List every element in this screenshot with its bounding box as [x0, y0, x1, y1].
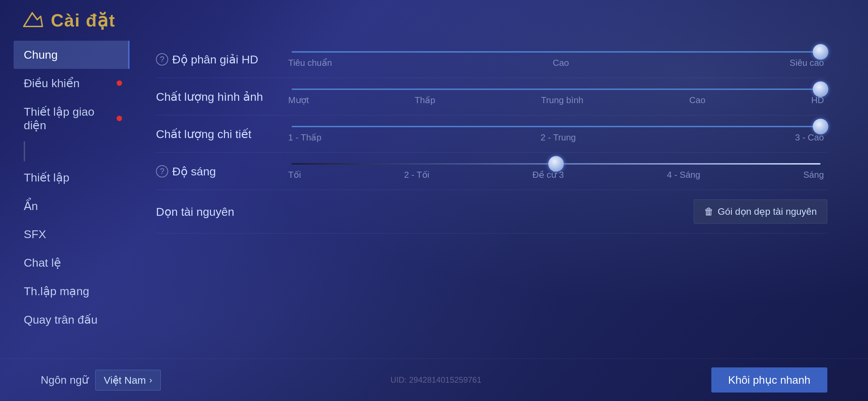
- slider-thumb[interactable]: [813, 119, 828, 134]
- setting-row-do-phan-giai-hd: ? Độ phân giải HD Tiêu chuẩn Cao Siêu ca…: [156, 41, 827, 78]
- chevron-right-icon: ›: [149, 375, 152, 385]
- sidebar-item-chat-le[interactable]: Chat lệ: [14, 248, 129, 277]
- setting-row-don-tai-nguyen: Dọn tài nguyên 🗑 Gói dọn dẹp tài nguyên: [156, 190, 827, 233]
- slider-track-container[interactable]: [292, 125, 821, 128]
- language-button[interactable]: Việt Nam ›: [95, 370, 161, 390]
- setting-label: Chất lượng chi tiết: [156, 127, 252, 141]
- slider-label-0: Tối: [288, 170, 301, 180]
- slider-label-4: Sáng: [803, 170, 824, 180]
- setting-row-do-sang: ? Độ sáng Tối 2 - Tối Đề cử 3 4 - Sáng S…: [156, 153, 827, 190]
- sidebar-item-th-lap-mang[interactable]: Th.lập mạng: [14, 277, 129, 305]
- page-title: Cài đặt: [51, 10, 115, 31]
- slider-label-2: Đề cử 3: [532, 170, 564, 180]
- language-section: Ngôn ngữ Việt Nam ›: [41, 370, 161, 390]
- restore-button[interactable]: Khôi phục nhanh: [711, 367, 827, 393]
- settings-panel: ? Độ phân giải HD Tiêu chuẩn Cao Siêu ca…: [129, 37, 854, 359]
- setting-label: Độ sáng: [172, 165, 216, 178]
- slider-label-3: Cao: [689, 95, 706, 106]
- notification-dot: [117, 80, 122, 86]
- sidebar-item-chung[interactable]: Chung: [14, 41, 129, 69]
- setting-label-area: Dọn tài nguyên: [156, 205, 285, 218]
- slider-track-container[interactable]: [292, 162, 821, 166]
- slider-label-1: Cao: [553, 58, 569, 68]
- slider-label-1: 2 - Trung: [540, 132, 576, 143]
- slider-label-1: 2 - Tối: [404, 170, 430, 180]
- setting-label-area: Chất lượng chi tiết: [156, 127, 285, 141]
- slider-labels: Tiêu chuẩn Cao Siêu cao: [285, 58, 827, 68]
- clean-resource-label: Gói dọn dẹp tài nguyên: [718, 206, 817, 217]
- slider-labels: 1 - Thấp 2 - Trung 3 - Cao: [285, 132, 827, 143]
- slider-track-container[interactable]: [292, 50, 821, 54]
- logo-icon: [20, 11, 44, 30]
- uid-text: UID: 2942814015259761: [391, 375, 481, 385]
- slider-thumb[interactable]: [813, 44, 828, 60]
- language-label: Ngôn ngữ: [41, 374, 88, 386]
- slider-chat-luong-chi-tiet: 1 - Thấp 2 - Trung 3 - Cao: [285, 125, 827, 143]
- language-value: Việt Nam: [104, 374, 146, 386]
- setting-row-chat-luong-chi-tiet: Chất lượng chi tiết 1 - Thấp 2 - Trung 3…: [156, 115, 827, 153]
- setting-label-area: ? Độ phân giải HD: [156, 53, 285, 66]
- slider-fill: [292, 89, 821, 90]
- setting-row-chat-luong-hinh-anh: Chất lượng hình ảnh Mượt Thấp Trung bình…: [156, 78, 827, 115]
- slider-labels: Mượt Thấp Trung bình Cao HD: [285, 95, 827, 106]
- slider-label-0: Mượt: [288, 95, 309, 106]
- slider-fill: [292, 51, 821, 53]
- setting-label: Dọn tài nguyên: [156, 205, 234, 218]
- slider-do-sang: Tối 2 - Tối Đề cử 3 4 - Sáng Sáng: [285, 162, 827, 180]
- sidebar-item-thiet-lap-giao-dien[interactable]: Thiết lập giao diện: [14, 97, 129, 139]
- slider-thumb[interactable]: [813, 81, 828, 97]
- main-content: Chung Điều khiển Thiết lập giao diện Thi…: [0, 37, 868, 359]
- sidebar-item-thiet-lap[interactable]: Thiết lập: [14, 163, 129, 192]
- sidebar-divider: [24, 141, 25, 161]
- slider-fill: [292, 126, 821, 127]
- sidebar-item-sfx[interactable]: SFX: [14, 220, 129, 248]
- slider-label-0: Tiêu chuẩn: [288, 58, 332, 68]
- slider-label-3: 4 - Sáng: [667, 170, 700, 180]
- help-icon[interactable]: ?: [156, 53, 168, 65]
- notification-dot: [117, 116, 122, 121]
- clean-resource-button[interactable]: 🗑 Gói dọn dẹp tài nguyên: [694, 199, 827, 224]
- app-container: Cài đặt Chung Điều khiển Thiết lập giao …: [0, 0, 868, 401]
- sidebar: Chung Điều khiển Thiết lập giao diện Thi…: [14, 37, 129, 359]
- header: Cài đặt: [0, 0, 868, 37]
- slider-label-0: 1 - Thấp: [288, 132, 321, 143]
- slider-track-container[interactable]: [292, 88, 821, 91]
- sidebar-item-dieu-khien[interactable]: Điều khiển: [14, 69, 129, 97]
- clean-resource-area: 🗑 Gói dọn dẹp tài nguyên: [285, 199, 827, 224]
- setting-label-area: Chất lượng hình ảnh: [156, 90, 285, 103]
- setting-label-area: ? Độ sáng: [156, 165, 285, 178]
- sidebar-item-quay-tran-dau[interactable]: Quay trân đấu: [14, 305, 129, 334]
- setting-label: Chất lượng hình ảnh: [156, 90, 263, 103]
- slider-thumb[interactable]: [548, 156, 564, 172]
- help-icon[interactable]: ?: [156, 165, 168, 177]
- sidebar-item-an[interactable]: Ẩn: [14, 192, 129, 220]
- slider-chat-luong-hinh-anh: Mượt Thấp Trung bình Cao HD: [285, 88, 827, 106]
- slider-do-phan-giai: Tiêu chuẩn Cao Siêu cao: [285, 50, 827, 68]
- footer: Ngôn ngữ Việt Nam › UID: 294281401525976…: [0, 359, 868, 401]
- slider-label-1: Thấp: [415, 95, 435, 106]
- trash-icon: 🗑: [704, 206, 714, 217]
- slider-label-2: Trung bình: [541, 95, 584, 106]
- setting-label: Độ phân giải HD: [172, 53, 258, 66]
